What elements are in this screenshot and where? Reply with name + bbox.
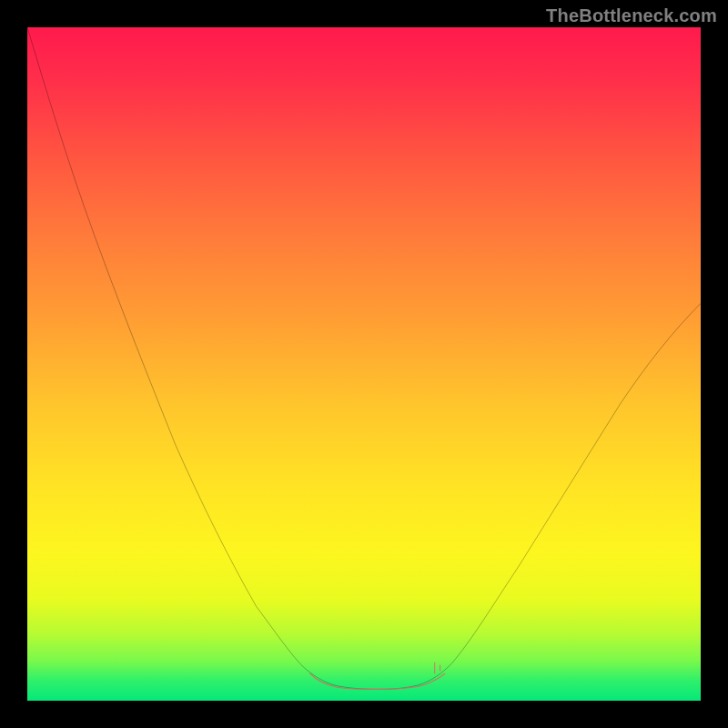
plot-area <box>27 27 701 701</box>
valley-marker <box>310 673 445 689</box>
valley-spikes <box>435 662 440 674</box>
bottleneck-curve <box>27 27 701 689</box>
watermark-text: TheBottleneck.com <box>546 5 717 26</box>
chart-frame: TheBottleneck.com <box>0 0 728 728</box>
chart-svg <box>27 27 701 701</box>
